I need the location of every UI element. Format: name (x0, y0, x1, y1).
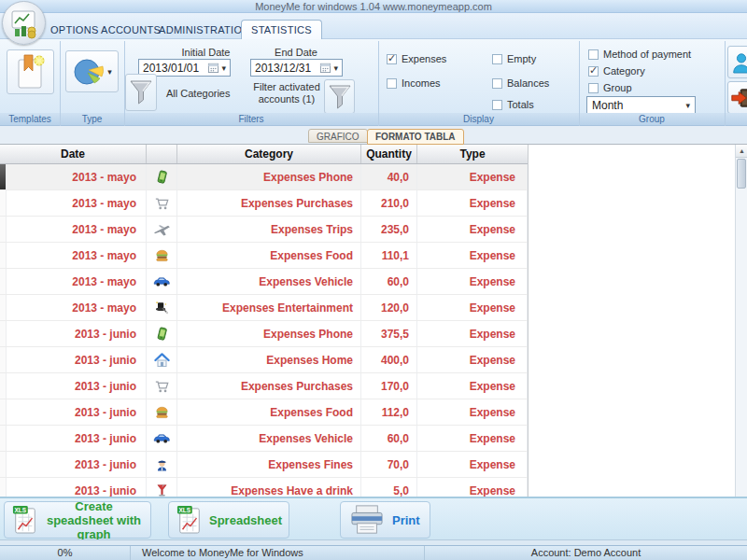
table-row[interactable]: 2013 - junio Expenses Food 112,0 Expense (0, 399, 528, 426)
table-row[interactable]: 2013 - junio Expenses Phone 375,5 Expens… (0, 321, 528, 347)
chart-type-button[interactable]: ▾ (65, 50, 119, 92)
row-quantity: 5,0 (361, 478, 417, 497)
tab-formato-tabla[interactable]: FORMATO TABLA (367, 129, 464, 145)
scrollbar-thumb[interactable] (737, 159, 746, 189)
group-checkbox[interactable] (588, 83, 599, 93)
column-header-type[interactable]: Type (417, 145, 528, 163)
account-user-button[interactable] (727, 46, 747, 78)
print-button[interactable]: Print (340, 501, 430, 539)
row-type: Expense (417, 217, 528, 242)
checkbox-expenses[interactable]: Expenses (387, 53, 446, 64)
row-category: Expenses Vehicle (177, 426, 361, 451)
row-type: Expense (417, 190, 528, 216)
checkbox-empty[interactable]: Empty (492, 53, 536, 64)
incomes-checkbox[interactable] (387, 78, 397, 89)
progress-indicator: 0% (0, 546, 131, 560)
row-selector[interactable] (0, 295, 7, 320)
row-selector[interactable] (0, 373, 7, 399)
status-message: Welcome to MoneyMe for Windows (131, 546, 425, 560)
main-tab-bar: OPTIONS ACCOUNTS ADMINISTRATION STATISTI… (0, 13, 747, 39)
ribbon-divider (124, 41, 125, 126)
table-row[interactable]: 2013 - junio Expenses Home 400,0 Expense (0, 347, 528, 373)
row-selector[interactable] (0, 217, 7, 242)
empty-checkbox[interactable] (492, 54, 502, 64)
scroll-up-arrow-icon[interactable]: ▲ (736, 145, 747, 158)
balances-checkbox[interactable] (492, 78, 502, 89)
balances-label: Balances (507, 77, 549, 89)
checkbox-category[interactable]: Category (588, 65, 645, 77)
home-icon (147, 347, 177, 372)
method-of-payment-checkbox[interactable] (588, 49, 599, 60)
table-row[interactable]: 2013 - junio Expenses Have a drink 5,0 E… (0, 478, 528, 497)
category-label: Category (603, 65, 645, 77)
filters-group-label: Filters (124, 114, 378, 124)
table-row[interactable]: 2013 - mayo Expenses Entertainment 120,0… (0, 295, 528, 321)
phone-icon (147, 321, 177, 346)
table-row[interactable]: 2013 - mayo Expenses Vehicle 60,0 Expens… (0, 269, 528, 295)
row-date: 2013 - junio (7, 321, 147, 346)
column-header-icon[interactable] (147, 145, 177, 163)
table-row[interactable]: 2013 - mayo Expenses Phone 40,0 Expense (0, 164, 528, 190)
row-type: Expense (417, 452, 528, 477)
row-type: Expense (417, 164, 528, 189)
entertainment-icon (147, 295, 177, 320)
account-indicator: Account: Demo Account (425, 546, 747, 560)
app-logo-button[interactable] (2, 1, 46, 45)
column-header-date[interactable]: Date (0, 145, 147, 163)
end-date-input[interactable]: 2013/12/31 ▾ (250, 59, 343, 77)
svg-text:XLS: XLS (179, 507, 191, 513)
chevron-down-icon: ▾ (685, 101, 690, 110)
accounts-filter-button[interactable] (324, 79, 355, 114)
row-selector[interactable] (0, 399, 7, 425)
svg-text:XLS: XLS (15, 507, 27, 513)
row-selector[interactable] (0, 478, 7, 497)
checkbox-totals[interactable]: Totals (492, 99, 534, 110)
table-row[interactable]: 2013 - junio Expenses Purchases 170,0 Ex… (0, 373, 528, 399)
checkbox-balances[interactable]: Balances (492, 77, 549, 89)
row-quantity: 60,0 (361, 269, 417, 294)
cocktail-icon (147, 478, 177, 497)
ribbon-divider (60, 41, 61, 126)
table-row[interactable]: 2013 - mayo Expenses Food 110,1 Expense (0, 243, 528, 269)
row-date: 2013 - mayo (7, 243, 147, 268)
row-selector[interactable] (0, 426, 7, 451)
row-selector[interactable] (0, 243, 7, 268)
exit-button[interactable] (727, 81, 747, 114)
car-icon (147, 269, 177, 294)
create-spreadsheet-graph-button[interactable]: XLS Create speadsheet with graph (4, 501, 151, 539)
xls-file-icon: XLS (176, 505, 203, 535)
ribbon-group-labels: Templates Type Filters Display Group (0, 113, 747, 126)
tab-statistics[interactable]: STATISTICS (241, 20, 322, 40)
all-categories-label: All Categories (166, 88, 230, 99)
column-header-quantity[interactable]: Quantity (361, 145, 417, 163)
row-selector[interactable] (0, 164, 7, 189)
row-selector[interactable] (0, 321, 7, 346)
table-row[interactable]: 2013 - junio Expenses Vehicle 60,0 Expen… (0, 426, 528, 452)
ribbon-divider (378, 41, 379, 126)
expenses-checkbox[interactable] (387, 54, 397, 64)
checkbox-group[interactable]: Group (588, 82, 632, 93)
row-date: 2013 - junio (7, 452, 147, 477)
row-selector[interactable] (0, 190, 7, 216)
row-selector[interactable] (0, 269, 7, 294)
funnel-icon (328, 83, 352, 111)
table-row[interactable]: 2013 - junio Expenses Fines 70,0 Expense (0, 452, 528, 478)
spreadsheet-button[interactable]: XLS Spreadsheet (168, 501, 289, 539)
table-row[interactable]: 2013 - mayo Expenses Purchases 210,0 Exp… (0, 190, 528, 217)
totals-checkbox[interactable] (492, 100, 502, 110)
checkbox-method-of-payment[interactable]: Method of payment (588, 49, 691, 60)
checkbox-incomes[interactable]: Incomes (387, 77, 441, 89)
category-checkbox[interactable] (588, 66, 599, 77)
row-quantity: 110,1 (361, 243, 417, 268)
column-header-category[interactable]: Category (177, 145, 361, 163)
tab-grafico[interactable]: GRAFICO (308, 129, 368, 143)
category-filter-button[interactable] (125, 74, 157, 111)
group-period-dropdown[interactable]: Month ▾ (586, 96, 696, 114)
vertical-scrollbar[interactable]: ▲ (735, 145, 747, 497)
templates-button[interactable] (7, 49, 54, 94)
row-selector[interactable] (0, 452, 7, 477)
table-row[interactable]: 2013 - mayo Expenses Trips 235,0 Expense (0, 217, 528, 243)
row-selector[interactable] (0, 347, 7, 372)
row-type: Expense (417, 399, 528, 425)
empty-label: Empty (507, 53, 536, 64)
